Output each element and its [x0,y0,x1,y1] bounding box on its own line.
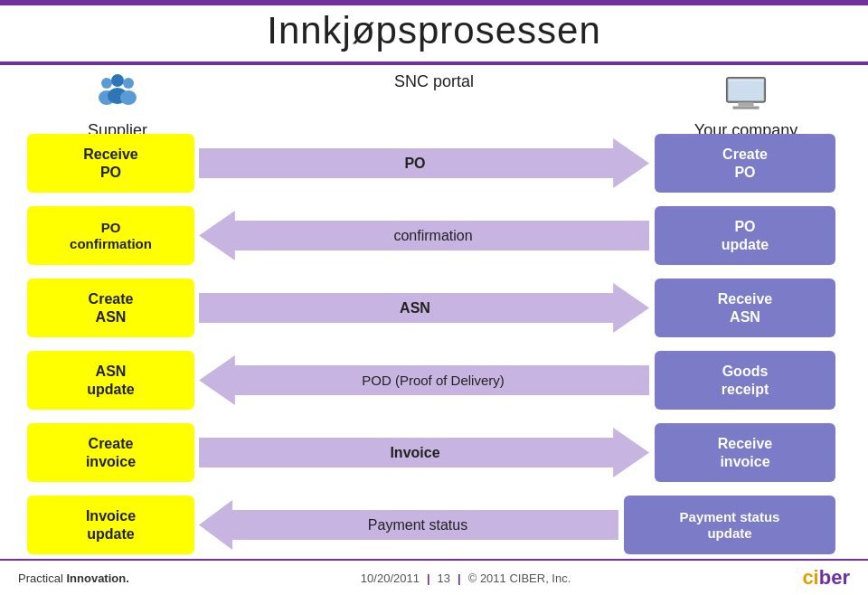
po-flow-arrow: PO [199,138,649,188]
invoice-flow-arrow: Invoice [199,428,649,477]
footer: Practical Innovation. 10/20/2011 | 13 | … [0,559,868,595]
svg-rect-10 [728,79,763,81]
footer-sep1: | [427,571,430,585]
col-company-header: Your company [651,72,841,140]
snc-label: SNC portal [394,72,474,90]
footer-center: 10/20/2011 | 13 | © 2011 CIBER, Inc. [361,571,571,585]
create-invoice-box: Createinvoice [27,423,194,482]
asn-flow-arrow: ASN [199,283,649,333]
receive-po-box: ReceivePO [27,134,194,193]
footer-left: Practical Innovation. [18,571,129,585]
receive-asn-box: ReceiveASN [655,279,835,337]
receive-invoice-box: Receiveinvoice [655,423,835,482]
svg-rect-9 [732,106,759,109]
confirmation-arrow-label: confirmation [393,228,472,244]
asn-arrow-label: ASN [400,300,430,316]
po-confirmation-box: POconfirmation [27,206,194,265]
footer-copyright: © 2011 CIBER, Inc. [468,571,571,585]
footer-sep2: | [458,571,461,585]
top-bar [0,0,868,5]
pod-flow-arrow: POD (Proof of Delivery) [199,355,649,405]
footer-brand: ciber [802,566,850,590]
payment-flow-arrow: Payment status [199,500,618,550]
svg-point-0 [101,78,112,89]
title-separator [0,61,868,65]
svg-rect-7 [728,79,763,100]
footer-brand-ci: ci [802,566,818,589]
supplier-icon [90,72,145,118]
payment-status-update-box: Payment statusupdate [624,496,835,554]
confirmation-flow-arrow: confirmation [199,211,649,260]
invoice-arrow-label: Invoice [390,445,439,461]
create-po-box: CreatePO [655,134,835,193]
footer-brand-ber: ber [819,566,850,589]
invoice-update-box: Invoiceupdate [27,496,194,554]
pod-arrow-label: POD (Proof of Delivery) [362,373,505,388]
footer-innovation: Innovation. [66,571,128,585]
asn-update-box: ASNupdate [27,351,194,410]
svg-point-4 [123,78,134,89]
svg-point-5 [120,90,137,105]
create-asn-box: CreateASN [27,279,194,337]
payment-arrow-label: Payment status [368,517,467,534]
svg-rect-8 [738,102,753,106]
po-update-box: POupdate [655,206,835,265]
footer-page: 13 [438,571,450,585]
goods-receipt-box: Goodsreceipt [655,351,835,410]
col-snc-header: SNC portal [298,72,570,91]
col-supplier-header: Supplier [27,72,208,140]
page-title: Innkjøpsprosessen [0,9,868,52]
po-arrow-label: PO [404,156,425,172]
footer-date: 10/20/2011 [361,571,420,585]
computer-icon [719,72,773,118]
svg-point-2 [111,74,124,87]
